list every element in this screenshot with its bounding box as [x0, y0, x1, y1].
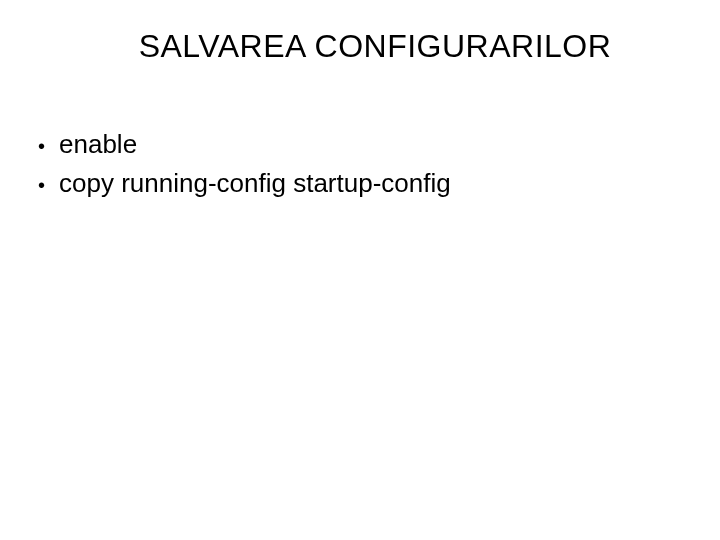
- bullet-icon: •: [38, 172, 45, 199]
- slide-content: • enable • copy running-config startup-c…: [30, 127, 690, 201]
- list-item: • enable: [38, 127, 690, 162]
- list-item: • copy running-config startup-config: [38, 166, 690, 201]
- slide: SALVAREA CONFIGURARILOR • enable • copy …: [0, 0, 720, 540]
- bullet-text: copy running-config startup-config: [59, 166, 451, 201]
- slide-title: SALVAREA CONFIGURARILOR: [60, 28, 690, 65]
- bullet-icon: •: [38, 133, 45, 160]
- bullet-text: enable: [59, 127, 137, 162]
